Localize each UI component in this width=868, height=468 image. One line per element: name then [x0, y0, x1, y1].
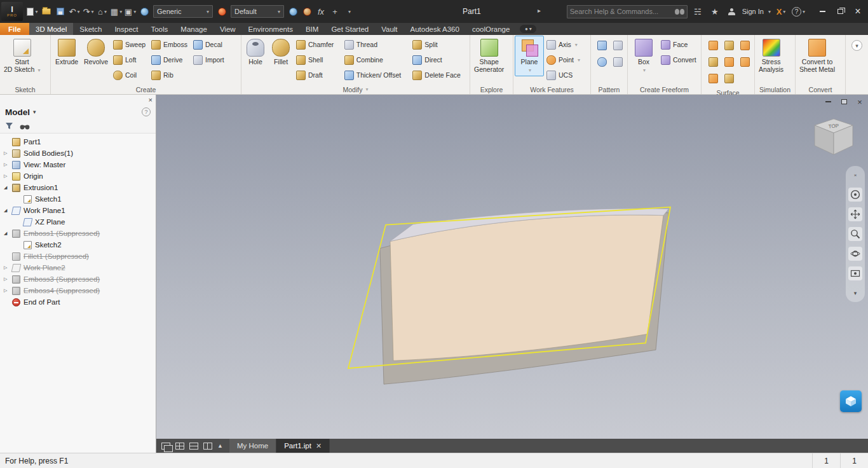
ribbon-appearance-button[interactable]: ▾	[846, 35, 868, 94]
surface-tool-button[interactable]	[724, 74, 734, 83]
group-label-convert[interactable]: Convert	[796, 85, 845, 94]
shell-button[interactable]: Shell	[294, 52, 342, 67]
group-label-sketch[interactable]: Sketch	[0, 85, 50, 94]
split-button[interactable]: Split	[410, 37, 468, 52]
browser-close-button[interactable]: ×	[149, 96, 153, 104]
file-menu-button[interactable]: File	[0, 23, 29, 35]
tree-item-part1[interactable]: Part1	[0, 136, 156, 148]
tree-item-emboss4[interactable]: ▷Emboss4 (Suppressed)	[0, 285, 156, 296]
full-navigation-wheel-button[interactable]	[848, 188, 862, 202]
expand-arrow-icon[interactable]: ▷	[4, 151, 12, 156]
tab-get-started[interactable]: Get Started	[325, 23, 375, 35]
surface-tool-button[interactable]	[709, 41, 718, 50]
collapse-arrow-icon[interactable]: ◢	[4, 208, 12, 213]
sign-in-button[interactable]	[726, 4, 738, 18]
close-document-button[interactable]: ×	[855, 97, 864, 106]
mirror-button[interactable]	[613, 41, 623, 50]
thicken-offset-button[interactable]: Thicken/ Offset	[342, 67, 410, 83]
freeform-convert-button[interactable]: Convert	[658, 52, 699, 67]
chevron-down-icon[interactable]: ▾	[33, 109, 36, 115]
look-at-button[interactable]	[848, 266, 862, 280]
undo-button[interactable]: ↶▾	[68, 4, 81, 18]
zoom-doc-button[interactable]	[301, 4, 313, 18]
loft-button[interactable]: Loft	[111, 52, 149, 67]
delete-face-button[interactable]: Delete Face	[410, 67, 468, 83]
coil-button[interactable]: Coil	[111, 67, 149, 83]
emboss-button[interactable]: Emboss	[149, 37, 191, 52]
measure-button[interactable]: ▣▾	[124, 4, 137, 18]
3d-viewport[interactable]: × TOP ×	[156, 95, 868, 453]
exchange-apps-button[interactable]: X▾	[775, 4, 787, 18]
group-label-modify[interactable]: Modify▾	[241, 85, 470, 94]
group-label-explore[interactable]: Explore	[470, 85, 513, 94]
filter-funnel-icon[interactable]	[5, 122, 13, 130]
favorites-button[interactable]: ★	[709, 4, 721, 18]
tile-windows-icon[interactable]	[175, 443, 184, 450]
a360-button[interactable]	[840, 390, 862, 412]
quick-access-options-button[interactable]: ▾	[342, 4, 355, 18]
import-button[interactable]: Import	[191, 52, 230, 67]
expand-arrow-icon[interactable]: ▷	[4, 288, 12, 293]
tab-bim[interactable]: BIM	[299, 23, 325, 35]
sketch-driven-pattern-button[interactable]	[613, 57, 623, 67]
surface-tool-button[interactable]	[724, 57, 734, 67]
direct-button[interactable]: Direct	[410, 52, 468, 67]
communication-center-button[interactable]: ☵	[691, 4, 704, 18]
tree-item-origin[interactable]: ▷Origin	[0, 170, 156, 182]
hole-button[interactable]: Hole	[243, 36, 268, 67]
collapse-arrow-icon[interactable]: ◢	[4, 185, 12, 190]
tab-view[interactable]: View	[214, 23, 242, 35]
fillet-button[interactable]: Fillet	[268, 36, 294, 67]
tree-item-extrusion1[interactable]: ◢Extrusion1	[0, 182, 156, 193]
circular-pattern-button[interactable]	[597, 57, 607, 67]
add-quick-access-button[interactable]: +	[329, 4, 341, 18]
tab-3d-model[interactable]: 3D Model	[29, 23, 73, 35]
point-button[interactable]: Point▾	[544, 52, 585, 67]
home-button[interactable]: ⌂▾	[96, 4, 109, 18]
update-button[interactable]	[287, 4, 299, 18]
restore-window-button[interactable]	[832, 4, 848, 18]
cascade-windows-icon[interactable]	[161, 443, 170, 450]
help-button[interactable]: ?▾	[792, 4, 805, 18]
extrude-button[interactable]: Extrude	[52, 36, 81, 67]
new-file-button[interactable]: ▾	[26, 4, 39, 18]
tab-environments[interactable]: Environments	[242, 23, 299, 35]
chamfer-button[interactable]: Chamfer	[294, 37, 342, 52]
appearance-select[interactable]: Default ▾	[231, 5, 284, 18]
rectangular-pattern-button[interactable]	[597, 41, 607, 50]
tree-item-work-plane2[interactable]: ▷Work Plane2	[0, 262, 156, 273]
browser-help-icon[interactable]: ?	[142, 107, 151, 116]
model-canvas[interactable]	[156, 95, 868, 453]
tree-item-end-of-part[interactable]: End of Part	[0, 296, 156, 308]
tree-item-emboss3[interactable]: ▷Emboss3 (Suppressed)	[0, 273, 156, 285]
sweep-button[interactable]: Sweep	[111, 37, 149, 52]
axis-button[interactable]: Axis▾	[544, 37, 585, 52]
tab-tools[interactable]: Tools	[144, 23, 174, 35]
close-tab-icon[interactable]: ✕	[316, 442, 322, 450]
tab-coolorange[interactable]: coolOrange	[466, 23, 516, 35]
navbar-options-button[interactable]: ▾	[848, 286, 862, 300]
sign-in-label[interactable]: Sign In	[742, 8, 764, 15]
orbit-button[interactable]	[848, 247, 862, 261]
shape-generator-button[interactable]: ShapeGenerator	[471, 36, 506, 75]
pan-button[interactable]	[848, 207, 862, 221]
tree-item-emboss1[interactable]: ◢Emboss1 (Suppressed)	[0, 228, 156, 239]
freeform-box-button[interactable]: Box▾	[629, 36, 658, 76]
save-button[interactable]	[54, 4, 67, 18]
search-input[interactable]	[570, 8, 675, 15]
redo-button[interactable]: ↷▾	[82, 4, 95, 18]
browser-panel-title[interactable]: Model	[5, 107, 30, 117]
surface-tool-button[interactable]	[740, 57, 750, 67]
stress-analysis-button[interactable]: StressAnalysis	[756, 36, 786, 75]
tree-item-xz-plane[interactable]: XZ Plane	[0, 216, 156, 228]
render-button[interactable]: ▦▾	[110, 4, 123, 18]
rib-button[interactable]: Rib	[149, 67, 191, 83]
close-window-button[interactable]: ×	[850, 4, 866, 18]
surface-tool-button[interactable]	[709, 57, 718, 67]
tab-my-home[interactable]: My Home	[229, 439, 276, 453]
tab-sketch[interactable]: Sketch	[73, 23, 108, 35]
convert-to-sheet-metal-button[interactable]: Convert toSheet Metal	[797, 36, 837, 75]
draft-button[interactable]: Draft	[294, 67, 342, 83]
group-label-simulation[interactable]: Simulation	[755, 85, 795, 94]
material-select[interactable]: Generic ▾	[153, 5, 213, 18]
